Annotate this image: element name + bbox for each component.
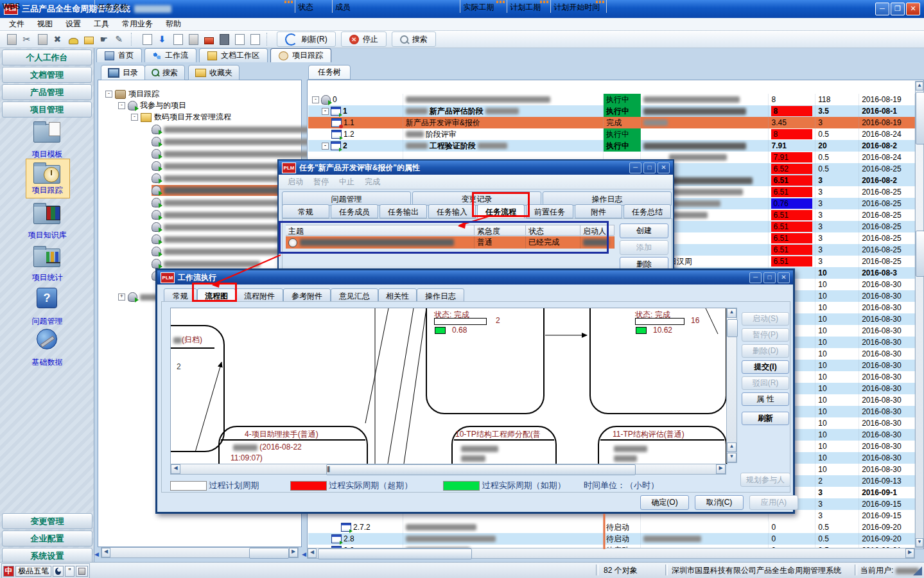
column-header-状态[interactable]: 状态 [295,0,333,13]
sidebar-group[interactable]: 产品管理 [2,84,92,100]
启动(S)-button[interactable]: 启动(S) [742,312,789,326]
scroll-left-button[interactable]: ◀ [171,464,180,474]
dialog-close-button[interactable]: ✕ [778,272,790,283]
hand-pointer-icon[interactable]: ☛ [96,32,112,46]
dialog-tab-任务输入[interactable]: 任务输入 [428,204,476,218]
table-row[interactable]: -0执行中81182016-08-19 [308,94,915,105]
应用(A)-button[interactable]: 应用(A) [749,495,798,510]
创建-button[interactable]: 创建 [620,223,668,238]
dialog-tab-任务总结[interactable]: 任务总结 [623,204,671,218]
scroll-thumb[interactable] [727,319,738,337]
column-header-计划开始时间[interactable]: 计划开始时间 [551,0,607,13]
expand-icon[interactable]: + [118,293,125,301]
scroll-left-button[interactable]: ◀ [308,548,317,558]
dialog-tab-任务输出[interactable]: 任务输出 [379,204,427,218]
规划参与人-button[interactable]: 规划参与人 [740,473,790,487]
task-action-启动[interactable]: 启动 [283,175,308,189]
dialog-minimize-button[interactable]: ─ [749,272,762,283]
scroll-right-button[interactable]: ▶ [289,548,298,557]
menu-item[interactable]: 视图 [31,17,59,31]
search-button[interactable]: 搜索 [392,31,436,47]
menu-item[interactable]: 常用业务 [116,17,159,31]
scroll-thumb[interactable]: ⦀ [326,464,636,475]
issue-management-icon[interactable]: ? [32,288,62,311]
document-lines-icon[interactable] [232,32,247,46]
dialog-close-button[interactable]: ✕ [658,162,670,173]
sidebar-group[interactable]: 企业配置 [2,530,92,547]
list-column-紧急度[interactable]: 紧急度 [475,225,526,236]
column-header-成员[interactable]: 成员 [333,0,461,13]
task-tree-tab[interactable]: 任务树 [308,65,351,80]
dialog-tab-常规[interactable]: 常规 [164,288,197,302]
pen-icon[interactable]: ✎ [112,32,127,46]
task-table-hscrollbar[interactable]: ◀ ▶ [307,548,915,559]
ime-name[interactable]: 极品五笔 [15,566,51,577]
send-folder-icon[interactable] [81,32,96,46]
eraser-icon[interactable] [201,32,216,46]
refresh-button[interactable]: 刷新(R) [277,31,336,47]
expand-icon[interactable]: - [312,96,319,103]
ime-keyboard-icon[interactable] [76,566,88,577]
table-row[interactable]: -2工程验证阶段执行中7.91202016-08-2 [308,140,915,152]
collapse-left-arrow[interactable]: ◀ [94,551,99,557]
scroll-thumb[interactable] [249,548,289,559]
sidebar-group[interactable]: 变更管理 [2,513,92,529]
edit-document-icon[interactable] [170,32,186,46]
menu-item[interactable]: 帮助 [159,17,187,31]
暂停(P)-button[interactable]: 暂停(P) [742,328,789,342]
scroll-right-button[interactable]: ▶ [905,548,914,558]
sidebar-icon-label[interactable]: 项目统计 [0,272,94,283]
ime-fullhalf-icon[interactable] [53,566,64,577]
maximize-button[interactable]: ❐ [891,3,905,15]
scroll-page-button[interactable]: ▲ [727,442,737,452]
sidebar-group[interactable]: 文档管理 [2,67,92,83]
table-row[interactable]: 2.7.2待启动00.52016-09-20 [308,521,915,533]
copy-document-icon[interactable] [186,32,201,46]
table-row[interactable]: 1.2阶段评审执行中80.52016-08-24 [308,128,915,140]
scroll-left-button[interactable]: ◀ [101,548,110,557]
expand-icon[interactable]: - [131,114,138,121]
column-header-计划工期[interactable]: 计划工期 [507,0,551,13]
paste-icon[interactable] [35,32,50,46]
scroll-page-block[interactable] [916,231,924,277]
属 性-button[interactable]: 属 性 [742,392,789,406]
list-column-主题[interactable]: 主题 [286,225,475,236]
tree-tab-收藏夹[interactable]: 收藏夹 [188,65,240,80]
dialog-tab-流程附件[interactable]: 流程附件 [236,288,283,302]
expand-icon[interactable]: - [105,91,112,98]
dialog-maximize-button[interactable]: □ [643,162,656,173]
删除(D)-button[interactable]: 删除(D) [742,344,789,358]
sidebar-group[interactable]: 个人工作台 [2,49,92,66]
scroll-down-button[interactable]: ▼ [727,453,737,462]
tree-item[interactable]: -项目跟踪 [105,89,159,100]
tree-item[interactable]: -数码项目开发管理流程 [131,112,231,123]
resize-grip[interactable] [913,566,922,575]
ime-language-icon[interactable]: 中 [3,566,14,577]
column-header-WBS[interactable]: WBS [0,0,95,13]
workflow-list-row[interactable]: 普通已经完成 [286,236,615,249]
collapse-right-arrow[interactable]: ◀ [302,551,306,557]
project-knowledge-icon[interactable] [32,202,62,225]
dialog-maximize-button[interactable]: □ [763,272,776,283]
project-statistics-icon[interactable] [32,245,62,268]
scroll-right-button[interactable]: ▶ [716,464,726,474]
sidebar-icon-label[interactable]: 基础数据 [0,357,94,368]
minimize-button[interactable]: ─ [875,3,889,15]
ime-toolbar[interactable]: 中 极品五笔 ” [1,563,90,578]
dialog-tab-常规[interactable]: 常规 [282,204,329,218]
dialog-tab-参考附件[interactable]: 参考附件 [283,288,331,302]
task-action-完成[interactable]: 完成 [360,175,385,189]
tree-tab-目录[interactable]: 目录 [101,65,145,80]
table-row[interactable]: 1.1新产品开发评审&报价完成3.4532016-08-19 [308,117,915,128]
new-document-icon[interactable] [4,32,19,46]
main-tab-项目跟踪[interactable]: 项目跟踪 [270,48,331,62]
tree-item[interactable] [152,258,260,269]
提交(I)-button[interactable]: 提交(I) [742,360,789,374]
dialog-tab-任务流程[interactable]: 任务流程 [477,204,525,218]
task-action-暂停[interactable]: 暂停 [308,175,334,189]
dialog-tab-意见汇总[interactable]: 意见汇总 [331,288,378,302]
base-data-icon[interactable] [32,329,62,352]
ime-punctuation-icon[interactable]: ” [65,566,74,577]
canvas-vscrollbar[interactable]: ▲ ▲ ▼ [726,308,737,463]
list-column-状态[interactable]: 状态 [526,225,580,236]
